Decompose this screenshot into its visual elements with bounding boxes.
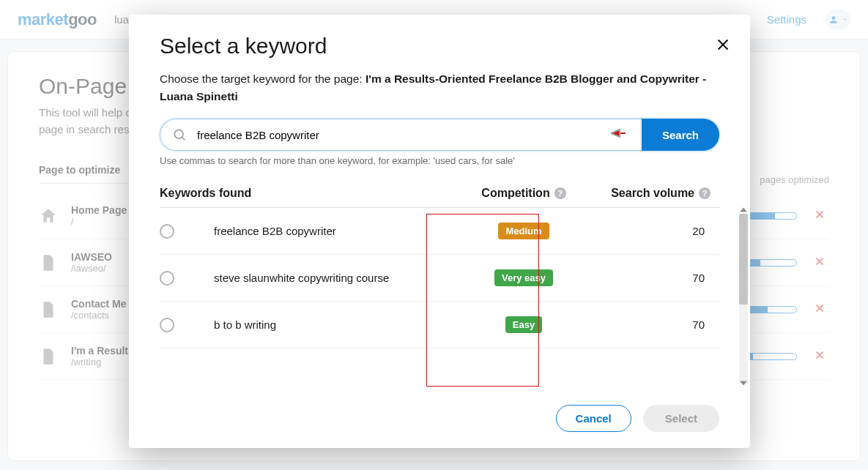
modal-intro-prefix: Choose the target keyword for the page: [160, 72, 366, 85]
competition-badge: Medium [498, 223, 549, 239]
select-button[interactable]: Select [643, 405, 719, 432]
keyword-name: freelance B2B copywriter [214, 225, 467, 237]
svg-marker-2 [611, 130, 620, 137]
modal-footer: Cancel Select [129, 392, 750, 448]
search-hint: Use commas to search for more than one k… [160, 155, 719, 166]
scroll-up-button[interactable] [739, 205, 748, 214]
keyword-competition: Medium [467, 223, 580, 239]
modal-title: Select a keyword [160, 34, 719, 59]
competition-badge: Very easy [494, 269, 553, 286]
help-icon[interactable]: ? [699, 187, 711, 199]
col-competition-label: Competition [481, 187, 549, 200]
keyword-competition: Very easy [467, 269, 580, 286]
results-header: Keywords found Competition ? Search volu… [160, 187, 719, 208]
search-box[interactable] [160, 119, 642, 151]
annotation-arrow-icon [611, 127, 626, 142]
close-modal-button[interactable] [715, 37, 731, 55]
keyword-volume: 20 [580, 225, 719, 237]
keyword-row[interactable]: steve slaunwhite copywriting course Very… [160, 255, 719, 302]
col-competition: Competition ? [467, 187, 580, 200]
search-row: Search [160, 119, 719, 151]
keyword-volume: 70 [580, 272, 719, 284]
competition-badge: Easy [505, 316, 542, 333]
cancel-button[interactable]: Cancel [556, 405, 631, 432]
close-icon [715, 37, 731, 53]
keyword-name: b to b writing [214, 318, 467, 331]
help-icon[interactable]: ? [554, 187, 566, 199]
keyword-row[interactable]: freelance B2B copywriter Medium 20 [160, 208, 719, 255]
keyword-radio[interactable] [160, 224, 174, 239]
search-input[interactable] [196, 128, 602, 142]
svg-point-0 [174, 130, 183, 138]
col-keywords: Keywords found [160, 187, 467, 200]
keyword-radio[interactable] [160, 271, 174, 286]
keyword-row[interactable]: b to b writing Easy 70 [160, 302, 719, 348]
search-icon [172, 127, 187, 142]
search-button[interactable]: Search [642, 119, 719, 151]
keyword-modal: Select a keyword Choose the target keywo… [129, 15, 750, 448]
col-volume-label: Search volume [611, 187, 694, 200]
col-volume: Search volume ? [580, 187, 719, 200]
keyword-competition: Easy [467, 316, 580, 333]
scroll-down-button[interactable] [739, 378, 748, 387]
modal-intro: Choose the target keyword for the page: … [160, 70, 719, 105]
keyword-name: steve slaunwhite copywriting course [214, 272, 467, 284]
keyword-radio[interactable] [160, 318, 174, 332]
scrollbar-thumb[interactable] [739, 214, 748, 305]
keyword-volume: 70 [580, 318, 719, 331]
